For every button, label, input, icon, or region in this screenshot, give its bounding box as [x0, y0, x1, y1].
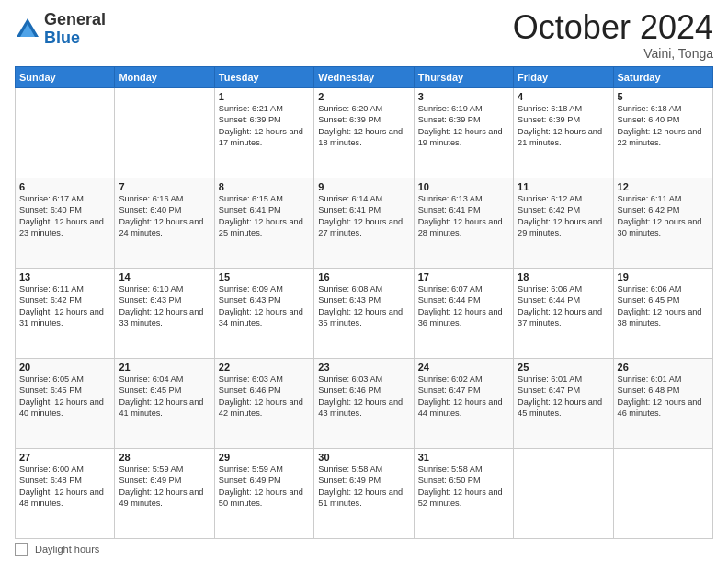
day-number: 24 — [418, 362, 509, 373]
calendar-cell: 22Sunrise: 6:03 AMSunset: 6:46 PMDayligh… — [214, 359, 313, 449]
daylight-box-icon — [15, 543, 28, 556]
day-number: 9 — [318, 181, 409, 192]
day-info: Sunrise: 6:11 AMSunset: 6:42 PMDaylight:… — [618, 193, 709, 239]
calendar-week-4: 20Sunrise: 6:05 AMSunset: 6:45 PMDayligh… — [16, 359, 713, 449]
day-number: 6 — [19, 181, 110, 192]
month-title: October 2024 — [513, 11, 713, 44]
calendar-cell: 1Sunrise: 6:21 AMSunset: 6:39 PMDaylight… — [214, 88, 313, 178]
calendar-cell: 7Sunrise: 6:16 AMSunset: 6:40 PMDaylight… — [115, 178, 214, 269]
day-number: 26 — [618, 362, 709, 373]
calendar-cell: 20Sunrise: 6:05 AMSunset: 6:45 PMDayligh… — [16, 359, 115, 449]
day-number: 11 — [518, 181, 609, 192]
day-info: Sunrise: 6:00 AMSunset: 6:48 PMDaylight:… — [19, 464, 110, 510]
day-info: Sunrise: 6:05 AMSunset: 6:45 PMDaylight:… — [19, 373, 110, 419]
page: General Blue October 2024 Vaini, Tonga S… — [0, 0, 728, 563]
day-info: Sunrise: 6:10 AMSunset: 6:43 PMDaylight:… — [119, 283, 210, 329]
weekday-header-saturday: Saturday — [613, 67, 712, 88]
calendar-cell: 9Sunrise: 6:14 AMSunset: 6:41 PMDaylight… — [314, 178, 414, 269]
day-info: Sunrise: 6:06 AMSunset: 6:44 PMDaylight:… — [518, 283, 609, 329]
calendar-table: SundayMondayTuesdayWednesdayThursdayFrid… — [15, 66, 713, 539]
day-info: Sunrise: 6:19 AMSunset: 6:39 PMDaylight:… — [418, 103, 509, 149]
title-block: October 2024 Vaini, Tonga — [513, 11, 713, 61]
calendar-cell: 30Sunrise: 5:58 AMSunset: 6:49 PMDayligh… — [314, 449, 414, 539]
weekday-header-friday: Friday — [514, 67, 613, 88]
day-number: 14 — [119, 271, 210, 282]
day-number: 18 — [518, 271, 609, 282]
day-number: 4 — [518, 91, 609, 102]
logo: General Blue — [15, 11, 106, 48]
day-info: Sunrise: 6:09 AMSunset: 6:43 PMDaylight:… — [219, 283, 310, 329]
day-number: 27 — [19, 452, 110, 463]
calendar-cell: 3Sunrise: 6:19 AMSunset: 6:39 PMDaylight… — [414, 88, 513, 178]
calendar-cell: 29Sunrise: 5:59 AMSunset: 6:49 PMDayligh… — [214, 449, 313, 539]
day-info: Sunrise: 6:14 AMSunset: 6:41 PMDaylight:… — [318, 193, 409, 239]
calendar-week-3: 13Sunrise: 6:11 AMSunset: 6:42 PMDayligh… — [16, 269, 713, 359]
weekday-header-row: SundayMondayTuesdayWednesdayThursdayFrid… — [16, 67, 713, 88]
day-info: Sunrise: 6:11 AMSunset: 6:42 PMDaylight:… — [19, 283, 110, 329]
calendar-cell: 25Sunrise: 6:01 AMSunset: 6:47 PMDayligh… — [514, 359, 613, 449]
day-number: 13 — [19, 271, 110, 282]
day-number: 29 — [219, 452, 310, 463]
day-info: Sunrise: 6:01 AMSunset: 6:48 PMDaylight:… — [618, 373, 709, 419]
day-info: Sunrise: 6:18 AMSunset: 6:40 PMDaylight:… — [618, 103, 709, 149]
calendar-cell: 24Sunrise: 6:02 AMSunset: 6:47 PMDayligh… — [414, 359, 513, 449]
calendar-cell: 4Sunrise: 6:18 AMSunset: 6:39 PMDaylight… — [514, 88, 613, 178]
day-number: 31 — [418, 452, 509, 463]
day-info: Sunrise: 5:59 AMSunset: 6:49 PMDaylight:… — [119, 464, 210, 510]
weekday-header-thursday: Thursday — [414, 67, 513, 88]
day-number: 30 — [318, 452, 409, 463]
weekday-header-monday: Monday — [115, 67, 214, 88]
calendar-cell: 10Sunrise: 6:13 AMSunset: 6:41 PMDayligh… — [414, 178, 513, 269]
footer: Daylight hours — [15, 543, 713, 556]
calendar-cell: 8Sunrise: 6:15 AMSunset: 6:41 PMDaylight… — [214, 178, 313, 269]
calendar-cell — [514, 449, 613, 539]
day-info: Sunrise: 6:03 AMSunset: 6:46 PMDaylight:… — [318, 373, 409, 419]
calendar-cell: 27Sunrise: 6:00 AMSunset: 6:48 PMDayligh… — [16, 449, 115, 539]
day-info: Sunrise: 6:17 AMSunset: 6:40 PMDaylight:… — [19, 193, 110, 239]
day-number: 3 — [418, 91, 509, 102]
calendar-cell — [613, 449, 712, 539]
calendar-cell: 14Sunrise: 6:10 AMSunset: 6:43 PMDayligh… — [115, 269, 214, 359]
day-info: Sunrise: 6:01 AMSunset: 6:47 PMDaylight:… — [518, 373, 609, 419]
calendar-cell — [115, 88, 214, 178]
day-info: Sunrise: 6:20 AMSunset: 6:39 PMDaylight:… — [318, 103, 409, 149]
day-info: Sunrise: 6:21 AMSunset: 6:39 PMDaylight:… — [219, 103, 310, 149]
calendar-cell: 26Sunrise: 6:01 AMSunset: 6:48 PMDayligh… — [613, 359, 712, 449]
day-number: 17 — [418, 271, 509, 282]
day-number: 19 — [618, 271, 709, 282]
calendar-cell — [16, 88, 115, 178]
day-info: Sunrise: 6:04 AMSunset: 6:45 PMDaylight:… — [119, 373, 210, 419]
day-number: 20 — [19, 362, 110, 373]
calendar-cell: 2Sunrise: 6:20 AMSunset: 6:39 PMDaylight… — [314, 88, 414, 178]
day-number: 7 — [119, 181, 210, 192]
weekday-header-wednesday: Wednesday — [314, 67, 414, 88]
day-number: 15 — [219, 271, 310, 282]
day-info: Sunrise: 6:18 AMSunset: 6:39 PMDaylight:… — [518, 103, 609, 149]
day-info: Sunrise: 5:58 AMSunset: 6:50 PMDaylight:… — [418, 464, 509, 510]
day-number: 5 — [618, 91, 709, 102]
calendar-cell: 17Sunrise: 6:07 AMSunset: 6:44 PMDayligh… — [414, 269, 513, 359]
calendar-cell: 15Sunrise: 6:09 AMSunset: 6:43 PMDayligh… — [214, 269, 313, 359]
day-number: 16 — [318, 271, 409, 282]
calendar-cell: 19Sunrise: 6:06 AMSunset: 6:45 PMDayligh… — [613, 269, 712, 359]
daylight-label: Daylight hours — [35, 544, 99, 555]
day-number: 23 — [318, 362, 409, 373]
calendar-week-5: 27Sunrise: 6:00 AMSunset: 6:48 PMDayligh… — [16, 449, 713, 539]
calendar-week-1: 1Sunrise: 6:21 AMSunset: 6:39 PMDaylight… — [16, 88, 713, 178]
calendar-cell: 28Sunrise: 5:59 AMSunset: 6:49 PMDayligh… — [115, 449, 214, 539]
day-number: 12 — [618, 181, 709, 192]
day-number: 21 — [119, 362, 210, 373]
day-info: Sunrise: 6:02 AMSunset: 6:47 PMDaylight:… — [418, 373, 509, 419]
day-info: Sunrise: 6:12 AMSunset: 6:42 PMDaylight:… — [518, 193, 609, 239]
calendar-cell: 31Sunrise: 5:58 AMSunset: 6:50 PMDayligh… — [414, 449, 513, 539]
day-info: Sunrise: 6:06 AMSunset: 6:45 PMDaylight:… — [618, 283, 709, 329]
logo-general: General — [44, 10, 106, 29]
calendar-cell: 13Sunrise: 6:11 AMSunset: 6:42 PMDayligh… — [16, 269, 115, 359]
day-number: 10 — [418, 181, 509, 192]
calendar-cell: 23Sunrise: 6:03 AMSunset: 6:46 PMDayligh… — [314, 359, 414, 449]
day-info: Sunrise: 6:08 AMSunset: 6:43 PMDaylight:… — [318, 283, 409, 329]
day-info: Sunrise: 6:16 AMSunset: 6:40 PMDaylight:… — [119, 193, 210, 239]
logo-text: General Blue — [44, 11, 106, 48]
day-number: 22 — [219, 362, 310, 373]
logo-icon — [15, 17, 40, 42]
